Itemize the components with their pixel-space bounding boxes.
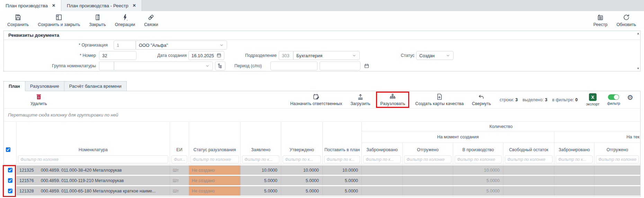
excel-icon: X [589,93,597,101]
table-row[interactable]: 121576000.4859. 011.000-119-210 Металлор… [4,176,640,185]
select-all-checkbox[interactable] [6,147,10,152]
file-plus-icon [436,93,443,100]
create-quality-cards-label: Создать карты качества [415,101,464,106]
scroll-up-icon[interactable]: ▲ [637,32,639,35]
undo-arrow-icon [478,93,485,100]
export-label: экспорт [586,102,599,106]
calendar-icon[interactable] [216,53,222,58]
save-icon [14,14,22,21]
refresh-button[interactable]: Обновить [612,13,641,28]
registry-button[interactable]: Реестр [589,13,612,28]
document-tab-strip: План Разузлование Расчёт баланса времени [3,81,127,91]
tab-time-balance[interactable]: Расчёт баланса времени [64,81,127,91]
column-header-unit[interactable]: ЕИ [170,122,189,155]
close-icon[interactable]: ✕ [133,3,136,8]
nomen-group-code-field[interactable] [99,61,114,70]
row-name: 000.4859. 011.000-38-420 Металлорукав [41,168,122,173]
column-header-in-production[interactable]: В производство [453,143,503,155]
upload-icon [357,93,364,100]
filter-input-approved[interactable] [283,155,321,163]
grid-header: Номенклатура ЕИ Статус разузлования Заяв… [4,122,640,164]
department-code-field[interactable] [279,51,293,60]
column-header-reserved2[interactable]: Забронировано [554,143,594,155]
nomen-group-select[interactable] [114,61,213,70]
group-by-dropzone[interactable]: Перетащите сюда колонку для группировки … [4,109,640,122]
nomen-group-tree-button[interactable] [215,61,225,70]
department-select[interactable]: Бухгалтерия [293,51,360,60]
period-from-field[interactable] [270,61,317,70]
status-select[interactable]: Создан [416,51,454,60]
filter-input-to-plan[interactable] [324,155,360,163]
gear-icon[interactable]: ⚙ [627,93,633,102]
tab-razuzlovanie[interactable]: Разузлование [25,81,64,91]
cell-to-plan: 10.0000 [323,165,362,175]
column-header-shipped2[interactable]: Отгружено [594,143,640,155]
filter-input-in-production[interactable] [455,155,502,163]
column-header-to-plan[interactable]: Поставить в план [323,122,362,155]
close-button[interactable]: Закрыть [85,13,110,28]
operations-label: Операции [115,22,135,27]
table-row[interactable]: 121325000.4859. 011.000-38-420 Металлору… [4,165,640,175]
calendar-icon[interactable] [364,63,369,69]
rows-counter: строки: 3 [500,97,518,102]
filter-input-free-balance[interactable] [505,155,553,163]
row-checkbox[interactable] [8,168,12,172]
filter-toggle[interactable]: фильтр [607,94,620,105]
row-checkbox[interactable] [8,178,12,183]
save-and-close-icon [55,14,63,21]
filter-input-nomenclature[interactable] [18,155,168,163]
filter-input-shipped2[interactable] [596,155,639,163]
load-button[interactable]: Загрузить [347,93,373,107]
cell-approved: 5.0000 [281,186,323,196]
select-all-cell [4,122,17,155]
create-quality-cards-button[interactable]: Создать карты качества [412,93,467,107]
cell-approved: 10.0000 [281,165,323,175]
number-field[interactable] [99,51,136,60]
tab-plan[interactable]: План [3,81,25,91]
table-row[interactable]: 121328000.4859. 011.000-65-180 Металлору… [4,186,640,196]
column-header-requested[interactable]: Заявлено [241,122,281,155]
organization-code-field[interactable] [114,41,136,50]
filter-input-reserved2[interactable] [556,155,593,163]
window-tab-plan[interactable]: План производства ✕ [0,0,61,11]
filter-input-unit[interactable] [171,155,187,163]
window-tab-label: План производства - Реестр [67,3,128,8]
assign-responsible-button[interactable]: Назначить ответственных [287,93,345,107]
filter-cell [403,155,453,164]
cell-nomenclature: 121576000.4859. 011.000-119-210 Металлор… [17,176,170,185]
row-checkbox[interactable] [8,189,12,193]
filter-input-reserved1[interactable] [363,155,401,163]
row-id: 121325 [19,168,36,173]
column-header-approved[interactable]: Утверждено [281,122,323,155]
period-to-field[interactable] [320,61,360,70]
excel-export-button[interactable]: X экспорт [586,93,599,106]
toolbar-right-group: Реестр Обновить [589,13,641,28]
document-requisites-panel: Реквизиты документа * Организация ООО "А… [3,31,641,71]
cell-reserved2 [554,165,594,175]
group-header-current: На тек [554,131,640,143]
close-icon[interactable]: ✕ [52,3,55,8]
explode-label: Разузловать [380,101,405,106]
organization-select[interactable]: ООО "Альфа" [136,41,227,50]
scroll-down-icon[interactable]: ▼ [637,67,639,70]
save-and-close-button[interactable]: Сохранить и закрыть [33,13,84,28]
filter-input-shipped1[interactable] [404,155,451,163]
save-button[interactable]: Сохранить [3,13,33,28]
column-header-free-balance[interactable]: Свободный остаток [503,143,554,155]
column-header-reserved1[interactable]: Забронировано [362,143,403,155]
column-header-nomenclature[interactable]: Номенклатура [17,122,170,155]
filter-input-status[interactable] [190,155,239,163]
group-header-quantity: Количество [362,122,640,131]
collapse-button[interactable]: Свернуть [469,93,494,107]
explode-button[interactable]: Разузловать [377,93,408,107]
window-tab-plan-registry[interactable]: План производства - Реестр ✕ [61,0,142,11]
delete-button[interactable]: Удалить [27,93,50,107]
lightning-icon [121,14,129,21]
filter-input-requested[interactable] [242,155,279,163]
links-label: Связки [144,22,158,27]
column-header-status[interactable]: Статус разузлования [189,122,241,155]
trash-icon [35,93,42,100]
operations-button[interactable]: Операции [110,13,140,28]
column-header-shipped1[interactable]: Отгружено [403,143,453,155]
links-button[interactable]: Связки [140,13,162,28]
